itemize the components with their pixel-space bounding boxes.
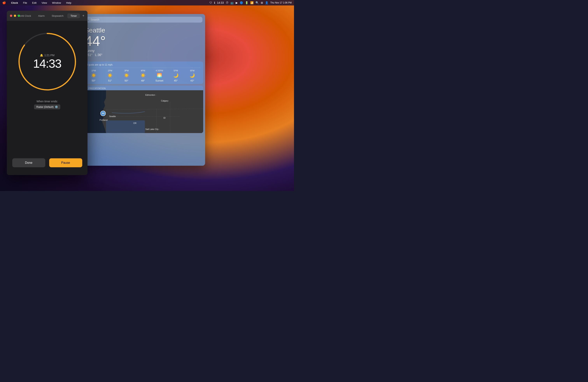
hourly-time-0: 1PM — [91, 69, 96, 72]
menubar-left: 🍎 Clock File Edit View Window Help — [2, 1, 72, 5]
battery-icon: 🔋 — [245, 1, 248, 4]
display-icon[interactable]: 📺 — [231, 1, 234, 4]
wifi-icon[interactable]: 📶 — [250, 1, 253, 4]
wind-notice: nd gusts are up to 11 mph. — [85, 64, 200, 68]
hourly-icon-3: ☀️ — [140, 73, 146, 78]
hourly-icon-1: ☀️ — [107, 73, 113, 78]
map-label-edmonton: Edmonton · — [145, 94, 156, 96]
maximize-button[interactable] — [18, 15, 20, 17]
hourly-scroll: 1PM ☀️ 50° 2PM ☀️ 51° 3PM ☀️ 50° 4PM ☀️ … — [85, 69, 200, 82]
weather-condition: Sunny — [84, 49, 201, 53]
precip-label: PRECIPITATION — [88, 87, 106, 89]
hourly-time-6: 6PM — [190, 69, 194, 72]
hourly-item-4: 4:30PM 🌅 Sunset — [151, 69, 168, 82]
hourly-icon-0: ☀️ — [91, 73, 96, 78]
menu-window[interactable]: Window — [51, 1, 62, 5]
hourly-section: nd gusts are up to 11 mph. 1PM ☀️ 50° 2P… — [83, 62, 203, 84]
map-label-or: OR — [133, 122, 136, 124]
hourly-item-5: 5PM 🌙 45° — [168, 69, 184, 82]
clock-window: World Clock Alarm Stopwatch Timer + 🔔 1:… — [7, 11, 87, 175]
svg-rect-8 — [106, 120, 145, 133]
menubar-right: 🛡 ℹ 14:33 ⏱ 📺 ▶ 🔵 🔋 📶 🔍 ⊞ 👤 Thu Nov 17 1… — [210, 1, 292, 4]
tab-timer[interactable]: Timer — [67, 13, 80, 18]
hourly-item-0: 1PM ☀️ 50° — [85, 69, 102, 82]
apple-logo-icon[interactable]: 🍎 — [2, 1, 6, 4]
precip-section: 🌧 PRECIPITATION — [83, 85, 203, 133]
hourly-item-6: 6PM 🌙 43° — [184, 69, 200, 82]
timer-info: 🔔 1:21 PM 14:33 — [16, 31, 78, 93]
weather-city: Seattle — [84, 26, 201, 34]
menubar-datetime: Thu Nov 17 1:06 PM — [270, 1, 292, 4]
alarm-time: 1:21 PM — [44, 54, 54, 57]
map-label-portland: Portland — [100, 119, 107, 121]
done-button[interactable]: Done — [12, 158, 45, 167]
timer-sound-label: Radar (Default) — [36, 106, 54, 108]
control-center-icon[interactable]: ⊞ — [261, 1, 263, 4]
traffic-lights — [10, 15, 20, 17]
gear-icon: ⚙️ — [55, 106, 58, 108]
alarm-indicator: 🔔 1:21 PM — [40, 54, 54, 57]
search-icon[interactable]: 🔍 — [255, 1, 259, 4]
weather-hi-lo: H:51° L:36° — [84, 53, 201, 57]
shield-icon[interactable]: 🛡 — [210, 1, 212, 4]
minimize-button[interactable] — [14, 15, 16, 17]
window-tabs: World Clock Alarm Stopwatch Timer — [10, 13, 84, 18]
bell-icon: 🔔 — [40, 54, 43, 57]
map-container[interactable]: 44 Edmonton · Calgary Seattle Portland O… — [83, 90, 203, 133]
hourly-temp-0: 50° — [92, 79, 95, 82]
map-label-slc: Salt Lake City · — [145, 128, 160, 130]
info-icon[interactable]: ℹ — [214, 1, 215, 4]
hourly-item-2: 3PM ☀️ 50° — [118, 69, 135, 82]
add-button[interactable]: + — [82, 14, 84, 18]
map-label-seattle: Seattle — [109, 115, 116, 117]
hourly-temp-2: 50° — [125, 79, 128, 82]
timer-icon[interactable]: ⏱ — [226, 1, 229, 4]
timer-sound-button[interactable]: Radar (Default) ⚙️ — [34, 105, 60, 109]
precip-header: 🌧 PRECIPITATION — [83, 85, 203, 90]
weather-main: Seattle 44° Sunny H:51° L:36° — [81, 24, 205, 60]
hourly-icon-4: 🌅 — [157, 73, 162, 78]
user-icon[interactable]: 👤 — [265, 1, 268, 4]
timer-ends-label: When timer ends: — [37, 100, 58, 103]
hourly-time-3: 4PM — [141, 69, 145, 72]
hourly-time-1: 2PM — [108, 69, 112, 72]
close-button[interactable] — [10, 15, 12, 17]
clock-body: 🔔 1:21 PM 14:33 When timer ends: Radar (… — [7, 21, 87, 175]
clock-icon: 14:33 — [217, 1, 224, 4]
menubar: 🍎 Clock File Edit View Window Help 🛡 ℹ 1… — [0, 0, 294, 5]
menu-help[interactable]: Help — [65, 1, 72, 5]
tab-stopwatch[interactable]: Stopwatch — [49, 13, 67, 18]
hourly-temp-6: 43° — [190, 79, 194, 82]
hourly-item-1: 2PM ☀️ 51° — [102, 69, 118, 82]
window-titlebar: World Clock Alarm Stopwatch Timer + — [7, 11, 87, 21]
weather-panel: 🔍 Seattle 44° Sunny H:51° L:36° 51° 47° … — [81, 14, 205, 166]
hourly-icon-2: ☀️ — [124, 73, 129, 78]
timer-container: 🔔 1:21 PM 14:33 — [16, 31, 78, 93]
clock-buttons: Done Pause — [11, 158, 84, 167]
hourly-time-5: 5PM — [174, 69, 178, 72]
hourly-item-3: 4PM ☀️ 48° — [135, 69, 151, 82]
menu-edit[interactable]: Edit — [31, 1, 37, 5]
hourly-icon-5: 🌙 — [173, 73, 178, 78]
play-icon[interactable]: ▶ — [236, 1, 238, 4]
menu-clock[interactable]: Clock — [10, 1, 19, 5]
menu-file[interactable]: File — [22, 1, 28, 5]
seattle-map-pin: 44 — [100, 111, 106, 116]
timer-time-display: 14:33 — [33, 58, 61, 70]
weather-search-bar[interactable]: 🔍 — [84, 17, 202, 22]
map-label-id: ID — [163, 117, 166, 119]
weather-low: L:36° — [95, 53, 103, 57]
hourly-time-4: 4:30PM — [156, 69, 163, 72]
hourly-temp-1: 51° — [108, 79, 112, 82]
hourly-temp-5: 45° — [174, 79, 178, 82]
hourly-time-2: 3PM — [124, 69, 129, 72]
bluetooth-icon[interactable]: 🔵 — [240, 1, 243, 4]
tab-alarm[interactable]: Alarm — [35, 13, 48, 18]
weather-temperature: 44° — [84, 34, 201, 48]
map-label-calgary: Calgary — [161, 100, 168, 102]
menu-view[interactable]: View — [41, 1, 48, 5]
hourly-temp-4: Sunset — [155, 79, 163, 82]
pause-button[interactable]: Pause — [49, 158, 82, 167]
weather-search-input[interactable] — [91, 18, 200, 21]
hourly-temp-3: 48° — [141, 79, 145, 82]
